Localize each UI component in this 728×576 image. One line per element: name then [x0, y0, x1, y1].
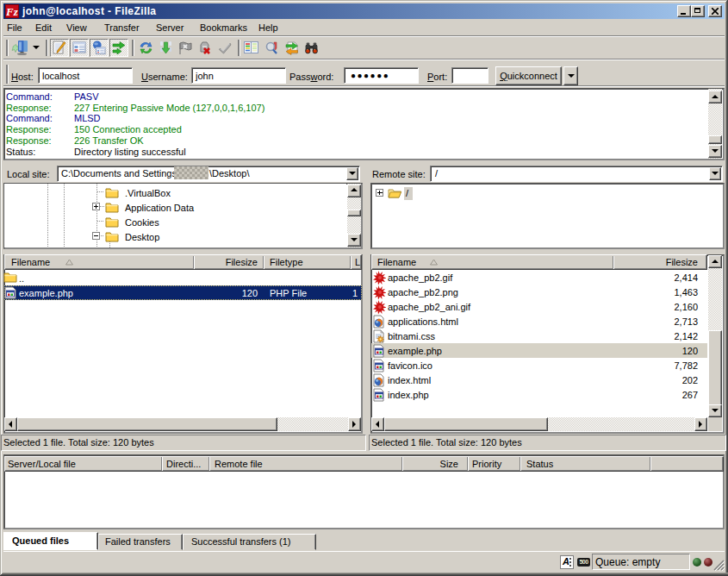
svg-text:Fz: Fz — [6, 5, 18, 17]
